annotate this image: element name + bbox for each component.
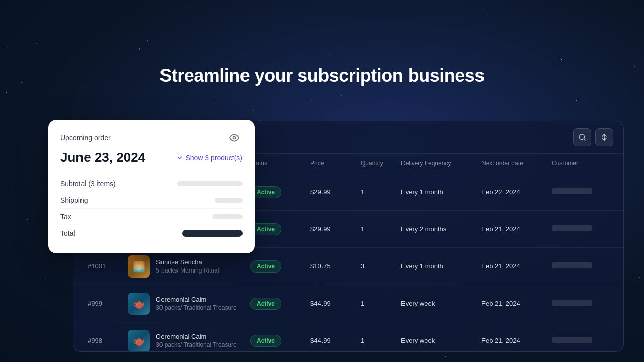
cell-price: $44.99 — [306, 296, 357, 311]
status-badge: Active — [250, 186, 281, 198]
cell-order-id: #998 — [84, 333, 124, 348]
popup-shipping-label: Shipping — [60, 196, 88, 204]
cell-price: $29.99 — [306, 184, 357, 200]
cell-quantity: 1 — [357, 333, 397, 348]
customer-blurred — [552, 262, 592, 268]
status-badge: Active — [250, 260, 281, 273]
product-variant: 5 packs/ Morning Ritual — [156, 267, 219, 274]
cell-product: 🫖 Ceremonial Calm 30 packs/ Traditional … — [124, 289, 246, 319]
product-info: Ceremonial Calm 30 packs/ Traditional Tr… — [156, 296, 237, 311]
cell-quantity: 1 — [357, 296, 397, 311]
cell-next-order: Feb 21, 2024 — [477, 296, 548, 311]
popup-date: June 23, 2024 — [60, 150, 145, 165]
cell-customer — [548, 221, 613, 237]
cell-customer — [548, 184, 613, 200]
cell-quantity: 1 — [357, 221, 397, 237]
popup-title: Upcoming order — [60, 134, 111, 142]
status-badge: Active — [250, 298, 281, 310]
popup-tax-line: Tax — [60, 209, 243, 225]
cell-frequency: Every 1 month — [397, 184, 477, 200]
customer-blurred — [552, 337, 592, 343]
col-header-next-order: Next order date — [477, 158, 548, 169]
popup-show-label: Show 3 product(s) — [185, 154, 243, 162]
cell-quantity: 1 — [357, 184, 397, 200]
customer-blurred — [552, 188, 592, 194]
table-row[interactable]: #998 🫖 Ceremonial Calm 30 packs/ Traditi… — [73, 322, 623, 352]
cell-frequency: Every 1 month — [397, 258, 477, 274]
cell-next-order: Feb 21, 2024 — [477, 221, 548, 237]
cell-status: Active — [246, 182, 306, 202]
cell-next-order: Feb 21, 2024 — [477, 258, 548, 274]
product-thumbnail: 🫖 — [128, 293, 150, 315]
product-info: Sunrise Sencha 5 packs/ Morning Ritual — [156, 258, 219, 274]
cell-status: Active — [246, 294, 306, 314]
product-thumbnail: 🌅 — [128, 255, 150, 278]
cell-price: $10.75 — [306, 258, 357, 274]
cell-status: Active — [246, 331, 306, 351]
col-header-status: Status — [246, 158, 306, 169]
table-row[interactable]: #1001 🌅 Sunrise Sencha 5 packs/ Morning … — [73, 248, 623, 285]
search-button[interactable] — [573, 128, 591, 146]
popup-shipping-value — [215, 198, 243, 203]
popup-tax-value — [212, 214, 243, 219]
popup-shipping-line: Shipping — [60, 192, 243, 209]
product-thumbnail: 🫖 — [128, 330, 150, 352]
cell-product: 🫖 Ceremonial Calm 30 packs/ Traditional … — [124, 326, 246, 352]
popup-header: Upcoming order — [60, 130, 243, 146]
popup-subtotal-line: Subtotal (3 items) — [60, 175, 243, 192]
popup-total-line: Total — [60, 225, 243, 241]
status-badge: Active — [250, 223, 281, 235]
product-name: Sunrise Sencha — [156, 258, 219, 266]
product-name: Ceremonial Calm — [156, 296, 237, 303]
cell-next-order: Feb 22, 2024 — [477, 184, 548, 200]
product-variant: 30 packs/ Traditional Treasure — [156, 304, 237, 311]
cell-customer — [548, 258, 613, 274]
customer-blurred — [552, 300, 592, 306]
product-info: Ceremonial Calm 30 packs/ Traditional Tr… — [156, 333, 237, 348]
svg-point-3 — [233, 137, 236, 139]
customer-blurred — [552, 225, 592, 231]
product-variant: 30 packs/ Traditional Treasure — [156, 341, 237, 348]
cell-order-id: #1001 — [84, 258, 124, 274]
popup-tax-label: Tax — [60, 213, 71, 221]
cell-frequency: Every week — [397, 296, 477, 311]
cell-product: 🌅 Sunrise Sencha 5 packs/ Morning Ritual — [124, 251, 246, 282]
cell-next-order: Feb 21, 2024 — [477, 333, 548, 348]
popup-show-products-link[interactable]: Show 3 product(s) — [176, 154, 243, 162]
cell-order-id: #999 — [84, 296, 124, 311]
col-header-customer: Customer — [548, 158, 613, 169]
cell-frequency: Every 2 months — [397, 221, 477, 237]
svg-line-1 — [584, 139, 585, 140]
col-header-price: Price — [306, 158, 357, 169]
cell-customer — [548, 296, 613, 311]
col-header-frequency: Delivery frequency — [397, 158, 477, 169]
table-row[interactable]: #999 🫖 Ceremonial Calm 30 packs/ Traditi… — [73, 285, 623, 322]
cell-frequency: Every week — [397, 333, 477, 348]
cell-customer — [548, 333, 613, 348]
cell-status: Active — [246, 219, 306, 239]
product-name: Ceremonial Calm — [156, 333, 237, 340]
upcoming-order-popup: Upcoming order June 23, 2024 Show 3 prod… — [48, 120, 255, 253]
popup-subtotal-value — [177, 181, 243, 186]
filter-sort-button[interactable] — [595, 128, 613, 146]
popup-date-row: June 23, 2024 Show 3 product(s) — [60, 150, 243, 165]
cell-price: $44.99 — [306, 333, 357, 348]
cell-price: $29.99 — [306, 221, 357, 237]
col-header-quantity: Quantity — [357, 158, 397, 169]
popup-subtotal-label: Subtotal (3 items) — [60, 179, 116, 188]
popup-eye-button[interactable] — [226, 130, 243, 146]
popup-total-value — [182, 230, 243, 237]
status-badge: Active — [250, 335, 281, 347]
page-title: Streamline your subscription business — [0, 65, 644, 86]
cell-quantity: 3 — [357, 258, 397, 274]
popup-total-label: Total — [60, 229, 75, 237]
cell-status: Active — [246, 256, 306, 277]
